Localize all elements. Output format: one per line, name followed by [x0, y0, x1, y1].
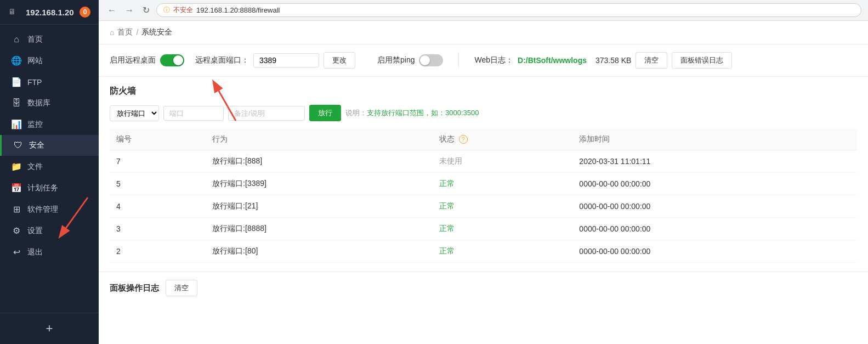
sidebar-item-home-label: 首页 [27, 35, 43, 44]
firewall-section: 防火墙 放行端口 放行 说明：支持放行端口范围，如：3000:3500 编号 [99, 77, 868, 272]
remote-desktop-toggle[interactable] [160, 54, 184, 66]
reload-button[interactable]: ↻ [140, 4, 152, 16]
cell-status: 正常 [433, 240, 573, 263]
breadcrumb-sep: / [136, 28, 138, 37]
cell-time: 0000-00-00 00:00:00 [572, 195, 857, 218]
sidebar-item-settings[interactable]: ⚙ 设置 [0, 220, 99, 241]
note-field[interactable] [228, 106, 305, 121]
sidebar: 🖥 192.168.1.20 0 ⌂ 首页 🌐 网站 📄 FTP 🗄 数据库 📊… [0, 0, 99, 344]
software-icon: ⊞ [11, 204, 22, 215]
notification-badge: 0 [80, 7, 90, 18]
error-log-button[interactable]: 面板错误日志 [672, 52, 732, 69]
cell-status: 未使用 [433, 150, 573, 173]
hint-value: 支持放行端口范围，如：3000:3500 [367, 109, 479, 117]
cell-action: 放行端口:[80] [206, 240, 433, 263]
shield-icon: 🛡 [13, 140, 24, 150]
cell-status: 正常 [433, 218, 573, 240]
address-bar[interactable]: ⓘ 不安全 192.168.1.20:8888/firewall [156, 3, 861, 17]
table-row: 5 放行端口:[3389] 正常 0000-00-00 00:00:00 [110, 173, 857, 195]
cell-status: 正常 [433, 173, 573, 195]
main-browser: ← → ↻ ⓘ 不安全 192.168.1.20:8888/firewall ⌂… [99, 0, 868, 344]
sidebar-item-website[interactable]: 🌐 网站 [0, 50, 99, 71]
cell-action: 放行端口:[8888] [206, 218, 433, 240]
home-icon-bc: ⌂ [110, 28, 114, 37]
submit-firewall-button[interactable]: 放行 [309, 105, 341, 121]
cell-id: 4 [110, 195, 206, 218]
firewall-table: 编号 行为 状态 ? 添加时间 7 放行端口:[888] 未使用 2020-03… [110, 129, 857, 263]
address-text: 192.168.1.20:8888/firewall [196, 6, 280, 14]
cell-id: 5 [110, 173, 206, 195]
website-icon: 🌐 [11, 55, 22, 66]
toggle-knob [173, 55, 183, 65]
cell-action: 放行端口:[3389] [206, 173, 433, 195]
cell-action: 放行端口:[888] [206, 150, 433, 173]
logout-icon: ↩ [11, 247, 22, 257]
update-port-button[interactable]: 更改 [324, 52, 355, 69]
sidebar-item-website-label: 网站 [27, 56, 43, 66]
sidebar-item-database-label: 数据库 [27, 98, 50, 108]
hint-label: 说明： [345, 109, 367, 117]
bottom-section: 面板操作日志 清空 [99, 272, 868, 304]
sidebar-item-ftp[interactable]: 📄 FTP [0, 71, 99, 93]
cell-id: 7 [110, 150, 206, 173]
remote-desktop-group: 启用远程桌面 [110, 54, 184, 66]
sidebar-item-tasks[interactable]: 📅 计划任务 [0, 177, 99, 199]
ftp-icon: 📄 [11, 77, 22, 87]
col-header-status: 状态 ? [433, 129, 573, 150]
port-input[interactable]: 3389 [253, 53, 319, 67]
col-header-time: 添加时间 [572, 129, 857, 150]
home-icon: ⌂ [11, 35, 22, 44]
status-help-icon[interactable]: ? [459, 135, 468, 144]
add-button[interactable]: + [46, 322, 53, 336]
monitor-nav-icon: 📊 [11, 119, 22, 129]
sidebar-bottom: + [0, 313, 99, 344]
cell-time: 0000-00-00 00:00:00 [572, 173, 857, 195]
sidebar-nav: ⌂ 首页 🌐 网站 📄 FTP 🗄 数据库 📊 监控 🛡 安全 📁 文件 📅 [0, 25, 99, 313]
sidebar-item-logout-label: 退出 [27, 247, 43, 257]
weblog-label: Web日志： [474, 55, 513, 65]
cell-id: 3 [110, 218, 206, 240]
sidebar-header: 🖥 192.168.1.20 0 [0, 0, 99, 25]
sidebar-item-monitor[interactable]: 📊 监控 [0, 114, 99, 135]
weblog-path: D:/BtSoft/wwwlogs [518, 56, 587, 65]
database-icon: 🗄 [11, 98, 22, 108]
port-field[interactable] [163, 106, 224, 121]
cell-status: 正常 [433, 195, 573, 218]
sidebar-item-tasks-label: 计划任务 [27, 183, 58, 193]
forward-button[interactable]: → [123, 4, 136, 16]
bottom-title: 面板操作日志 [110, 283, 159, 294]
cell-action: 放行端口:[21] [206, 195, 433, 218]
firewall-title: 防火墙 [110, 86, 857, 97]
table-row: 7 放行端口:[888] 未使用 2020-03-31 11:01:11 [110, 150, 857, 173]
files-icon: 📁 [11, 161, 22, 172]
control-bar: 启用远程桌面 远程桌面端口： 3389 更改 启用禁ping Web日志： D:… [99, 44, 868, 77]
clear-log-button[interactable]: 清空 [636, 52, 667, 69]
breadcrumb-home[interactable]: 首页 [117, 27, 133, 37]
sidebar-item-database[interactable]: 🗄 数据库 [0, 93, 99, 114]
tasks-icon: 📅 [11, 183, 22, 193]
sidebar-item-software[interactable]: ⊞ 软件管理 [0, 199, 99, 220]
sidebar-item-logout[interactable]: ↩ 退出 [0, 241, 99, 263]
cell-id: 2 [110, 240, 206, 263]
sidebar-item-files-label: 文件 [27, 162, 43, 172]
clear-log-bottom-button[interactable]: 清空 [166, 280, 197, 296]
browser-bar: ← → ↻ ⓘ 不安全 192.168.1.20:8888/firewall [99, 0, 868, 21]
sidebar-item-monitor-label: 监控 [27, 120, 43, 129]
sidebar-item-security-label: 安全 [29, 140, 44, 150]
ping-toggle[interactable] [419, 54, 443, 66]
sidebar-item-files[interactable]: 📁 文件 [0, 156, 99, 177]
monitor-icon: 🖥 [8, 7, 21, 17]
divider [458, 52, 459, 69]
remote-desktop-label: 启用远程桌面 [110, 55, 156, 65]
back-button[interactable]: ← [105, 4, 118, 16]
security-lock-icon: ⓘ [163, 5, 170, 15]
sidebar-item-security[interactable]: 🛡 安全 [0, 135, 99, 156]
action-select[interactable]: 放行端口 [110, 105, 159, 121]
ping-label: 启用禁ping [377, 55, 415, 65]
sidebar-item-ftp-label: FTP [27, 78, 42, 87]
hint-text: 说明：支持放行端口范围，如：3000:3500 [345, 108, 479, 118]
sidebar-item-home[interactable]: ⌂ 首页 [0, 29, 99, 50]
breadcrumb-current: 系统安全 [141, 27, 172, 37]
table-row: 4 放行端口:[21] 正常 0000-00-00 00:00:00 [110, 195, 857, 218]
sidebar-item-software-label: 软件管理 [27, 205, 58, 215]
